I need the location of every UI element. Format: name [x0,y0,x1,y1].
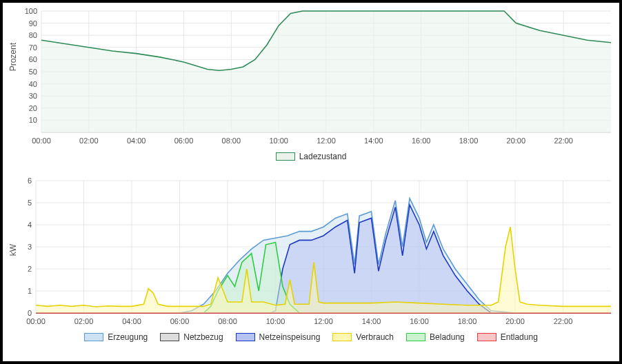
svg-text:14:00: 14:00 [362,317,381,325]
axis-label-y-bottom: kW [8,244,18,256]
svg-text:06:00: 06:00 [170,317,190,325]
svg-text:10:00: 10:00 [269,136,288,145]
axis-label-y-top: Prozent [8,43,18,71]
svg-text:6: 6 [28,176,32,185]
legend-item-beladung[interactable]: Beladung [406,332,465,342]
svg-text:00:00: 00:00 [32,136,51,145]
svg-text:90: 90 [29,19,37,28]
legend-label-verbrauch: Verbrauch [356,332,394,342]
svg-text:02:00: 02:00 [74,317,94,325]
legend-item-netzeinspeisung[interactable]: Netzeinspeisung [236,332,321,342]
svg-text:16:00: 16:00 [410,317,429,325]
svg-text:1: 1 [28,287,32,295]
svg-text:2: 2 [28,265,32,273]
legend-label-entladung: Entladung [501,332,538,342]
chart-power-plot: 012345600:0002:0004:0006:0008:0010:0012:… [3,172,619,330]
svg-text:02:00: 02:00 [79,136,99,145]
swatch-ladezustand [276,152,295,161]
legend-label-netzeinspeisung: Netzeinspeisung [259,332,321,342]
svg-text:60: 60 [29,55,37,63]
legend-label-ladezustand: Ladezustand [299,152,347,161]
svg-text:22:00: 22:00 [554,317,573,325]
svg-text:30: 30 [29,92,37,100]
svg-text:20: 20 [29,104,37,112]
legend-label-erzeugung: Erzeugung [108,332,148,342]
swatch-entladung [477,333,496,341]
svg-text:4: 4 [28,221,32,229]
chart-soc-plot: 10203040506070809010000:0002:0004:0006:0… [3,3,619,149]
svg-text:10: 10 [29,116,37,124]
svg-text:12:00: 12:00 [317,136,336,145]
svg-text:40: 40 [29,80,37,88]
svg-text:0: 0 [28,309,32,317]
svg-text:80: 80 [29,31,37,39]
svg-text:00:00: 00:00 [26,317,46,325]
legend-item-verbrauch[interactable]: Verbrauch [332,332,394,342]
swatch-erzeugung [84,333,103,341]
chart-soc: Prozent 10203040506070809010000:0002:000… [3,3,619,172]
svg-text:16:00: 16:00 [412,136,431,145]
legend-label-netzbezug: Netzbezug [183,332,223,342]
swatch-verbrauch [332,333,352,341]
svg-text:12:00: 12:00 [314,317,333,325]
svg-text:10:00: 10:00 [266,317,285,325]
svg-text:18:00: 18:00 [459,136,479,145]
svg-text:04:00: 04:00 [127,136,146,145]
svg-text:3: 3 [28,243,32,251]
swatch-beladung [406,333,425,341]
legend-bottom: ErzeugungNetzbezugNetzeinspeisungVerbrau… [3,330,619,346]
svg-text:20:00: 20:00 [505,317,525,325]
legend-item-erzeugung[interactable]: Erzeugung [84,332,148,342]
svg-text:06:00: 06:00 [174,136,194,145]
legend-top: Ladezustand [3,149,619,165]
svg-text:50: 50 [29,68,37,76]
swatch-netzeinspeisung [236,333,255,341]
chart-power: kW 012345600:0002:0004:0006:0008:0010:00… [3,172,619,358]
svg-text:04:00: 04:00 [122,317,141,325]
svg-text:08:00: 08:00 [222,136,241,145]
svg-text:5: 5 [28,199,32,207]
svg-text:14:00: 14:00 [364,136,383,145]
legend-item-ladezustand[interactable]: Ladezustand [276,152,347,161]
svg-text:22:00: 22:00 [554,136,573,145]
swatch-netzbezug [160,333,179,341]
svg-text:20:00: 20:00 [507,136,526,145]
svg-text:08:00: 08:00 [218,317,237,325]
svg-text:18:00: 18:00 [458,317,477,325]
svg-text:70: 70 [29,43,37,52]
legend-item-netzbezug[interactable]: Netzbezug [160,332,223,342]
legend-label-beladung: Beladung [430,332,465,342]
legend-item-entladung[interactable]: Entladung [477,332,538,342]
svg-text:100: 100 [25,7,37,15]
